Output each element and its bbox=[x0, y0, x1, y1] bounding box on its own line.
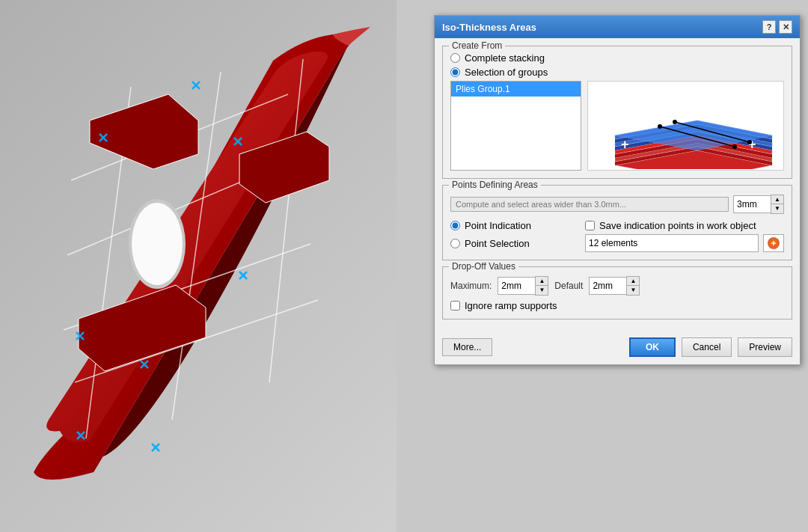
default-up[interactable]: ▲ bbox=[627, 277, 639, 286]
maximum-spinner-controls: ▲ ▼ bbox=[535, 276, 548, 296]
default-input[interactable] bbox=[589, 277, 626, 295]
spinner-up[interactable]: ▲ bbox=[771, 195, 783, 204]
dialog-footer: More... OK Cancel Preview bbox=[435, 333, 800, 364]
ok-button[interactable]: OK bbox=[629, 337, 676, 357]
groups-list[interactable]: Plies Group.1 bbox=[450, 81, 581, 171]
compute-row: Compute and select areas wider than 3.0m… bbox=[450, 195, 784, 214]
svg-text:+: + bbox=[621, 137, 629, 152]
select-elements-button[interactable] bbox=[763, 234, 784, 252]
svg-point-29 bbox=[658, 124, 662, 129]
ignore-row: Ignore ramp supports bbox=[450, 300, 784, 311]
elements-row bbox=[585, 234, 784, 252]
create-from-body: Plies Group.1 bbox=[450, 81, 784, 171]
list-item[interactable]: Plies Group.1 bbox=[451, 82, 581, 97]
stacking-preview: + + bbox=[587, 81, 784, 171]
width-spinner: ▲ ▼ bbox=[733, 195, 784, 214]
width-input[interactable] bbox=[733, 195, 771, 213]
iso-thickness-dialog: Iso-Thickness Areas ? ✕ Create From Comp… bbox=[434, 15, 801, 365]
maximum-label: Maximum: bbox=[450, 281, 492, 291]
help-button[interactable]: ? bbox=[762, 20, 776, 34]
maximum-input[interactable] bbox=[498, 277, 535, 295]
point-selection-row: Point Selection bbox=[450, 234, 784, 252]
point-selection-left: Point Selection bbox=[450, 238, 585, 249]
create-from-group: Create From Complete stacking Selection … bbox=[442, 46, 792, 179]
compute-button[interactable]: Compute and select areas wider than 3.0m… bbox=[450, 197, 729, 212]
svg-point-32 bbox=[747, 140, 752, 144]
selection-of-groups-row: Selection of groups bbox=[450, 67, 784, 78]
ignore-ramp-checkbox[interactable] bbox=[450, 301, 460, 311]
action-buttons: OK Cancel Preview bbox=[629, 337, 792, 357]
dialog-titlebar: Iso-Thickness Areas ? ✕ bbox=[435, 16, 800, 38]
point-indication-radio[interactable] bbox=[450, 221, 460, 230]
points-defining-title: Points Defining Areas bbox=[449, 180, 541, 190]
3d-model bbox=[19, 23, 378, 510]
selection-of-groups-label: Selection of groups bbox=[465, 67, 548, 78]
svg-point-30 bbox=[732, 144, 737, 149]
complete-stacking-row: Complete stacking bbox=[450, 52, 784, 64]
save-checkbox-row: Save indication points in work object bbox=[585, 220, 784, 231]
dropoff-values-group: Drop-Off Values Maximum: ▲ ▼ Default ▲ ▼ bbox=[442, 266, 792, 319]
default-down[interactable]: ▼ bbox=[627, 286, 639, 295]
point-rows: Point Indication Save indication points … bbox=[450, 220, 784, 252]
point-selection-radio[interactable] bbox=[450, 239, 460, 248]
maximum-up[interactable]: ▲ bbox=[536, 277, 548, 286]
spinner-controls: ▲ ▼ bbox=[771, 195, 784, 214]
complete-stacking-radio[interactable] bbox=[450, 53, 460, 63]
save-points-checkbox[interactable] bbox=[585, 221, 595, 230]
point-selection-label: Point Selection bbox=[465, 238, 530, 249]
default-spinner-controls: ▲ ▼ bbox=[626, 276, 640, 296]
selection-of-groups-radio[interactable] bbox=[450, 67, 460, 77]
points-defining-group: Points Defining Areas Compute and select… bbox=[442, 185, 792, 260]
spinner-down[interactable]: ▼ bbox=[771, 204, 783, 213]
dialog-content: Create From Complete stacking Selection … bbox=[435, 38, 800, 333]
more-button[interactable]: More... bbox=[442, 338, 492, 356]
compute-placeholder: Compute and select areas wider than 3.0m… bbox=[456, 200, 626, 209]
dialog-title: Iso-Thickness Areas bbox=[442, 22, 536, 33]
maximum-down[interactable]: ▼ bbox=[536, 286, 548, 295]
dropoff-main-row: Maximum: ▲ ▼ Default ▲ ▼ bbox=[450, 276, 784, 296]
complete-stacking-label: Complete stacking bbox=[465, 52, 545, 64]
save-points-label: Save indication points in work object bbox=[599, 220, 756, 231]
point-indication-left: Point Indication bbox=[450, 220, 585, 231]
model-viewport bbox=[0, 0, 397, 532]
create-from-title: Create From bbox=[449, 40, 505, 51]
svg-point-8 bbox=[132, 203, 183, 285]
preview-button[interactable]: Preview bbox=[738, 337, 792, 357]
default-label: Default bbox=[554, 281, 583, 291]
point-indication-row: Point Indication Save indication points … bbox=[450, 220, 784, 231]
svg-text:+: + bbox=[748, 137, 756, 152]
titlebar-buttons: ? ✕ bbox=[762, 20, 792, 34]
ignore-ramp-label: Ignore ramp supports bbox=[465, 300, 557, 311]
maximum-spinner: ▲ ▼ bbox=[498, 276, 548, 296]
close-button[interactable]: ✕ bbox=[779, 20, 792, 34]
cancel-button[interactable]: Cancel bbox=[682, 337, 732, 357]
default-spinner: ▲ ▼ bbox=[589, 276, 640, 296]
point-indication-label: Point Indication bbox=[465, 220, 531, 231]
dropoff-title: Drop-Off Values bbox=[449, 261, 518, 272]
svg-point-31 bbox=[673, 120, 677, 124]
elements-input[interactable] bbox=[585, 234, 759, 252]
